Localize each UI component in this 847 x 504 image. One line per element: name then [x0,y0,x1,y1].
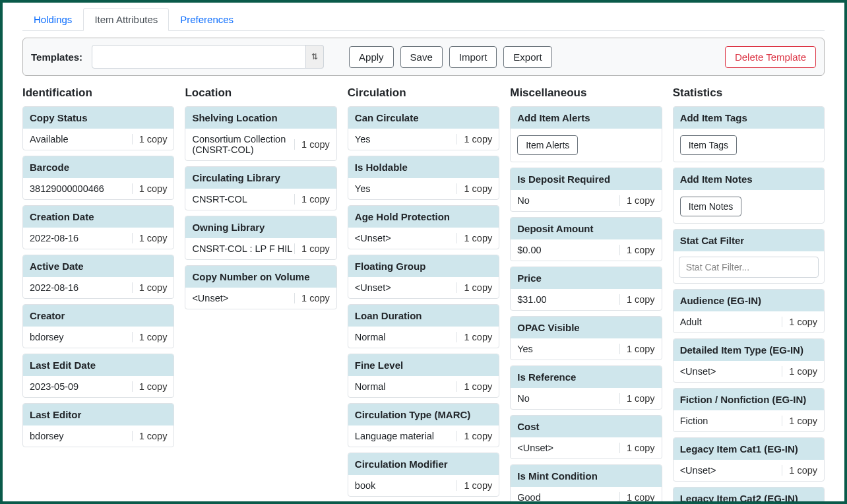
field-body[interactable]: CNSRT-COL1 copy [185,189,336,210]
field-count: 1 copy [294,243,330,254]
field-body[interactable]: <Unset>1 copy [674,460,824,481]
field-label: Legacy Item Cat1 (EG-IN) [674,438,824,460]
field-body[interactable]: <Unset>1 copy [348,228,499,249]
field-body[interactable]: book1 copy [348,475,499,496]
field-body[interactable]: $0.001 copy [511,239,661,261]
tab-preferences[interactable]: Preferences [169,8,245,31]
field-body[interactable]: Adult1 copy [674,311,824,332]
field-label: Fine Level [348,354,499,376]
field-value: Available [30,134,132,144]
heading-circulation: Circulation [348,86,499,100]
field-label: Active Date [23,255,173,277]
field-count: 1 copy [456,480,492,491]
field-body[interactable]: <Unset>1 copy [185,288,336,309]
field-body[interactable]: Yes1 copy [348,129,499,150]
tab-item-attributes[interactable]: Item Attributes [83,8,169,31]
field-count: 1 copy [132,332,168,342]
field-label: Circulation Type (MARC) [348,404,499,425]
field-body[interactable]: 2022-08-161 copy [23,228,173,249]
item-tags-button[interactable]: Item Tags [680,135,737,155]
item-notes-button[interactable]: Item Notes [680,197,742,216]
field-label: Loan Duration [348,305,499,327]
field-count: 1 copy [456,282,492,293]
field-body[interactable]: 381290000004661 copy [23,178,173,199]
field-body[interactable]: <Unset>1 copy [674,361,824,382]
template-select[interactable] [92,45,324,69]
field-count: 1 copy [132,134,168,144]
field-card: Detailed Item Type (EG-IN)<Unset>1 copy [673,338,825,383]
field-value: <Unset> [680,465,782,476]
templates-label: Templates: [31,51,82,63]
tab-bar: Holdings Item Attributes Preferences [22,8,825,31]
columns: Identification Copy StatusAvailable1 cop… [22,81,825,501]
field-card: Active Date2022-08-161 copy [22,255,174,299]
field-count: 1 copy [782,416,817,426]
field-card: Fiction / Nonfiction (EG-IN)Fiction1 cop… [673,388,825,432]
field-card: Last Editorbdorsey1 copy [22,403,174,447]
field-label: Last Edit Date [23,354,173,376]
delete-template-button[interactable]: Delete Template [725,46,816,68]
field-value: Language material [355,431,457,441]
field-body[interactable]: Language material1 copy [348,425,499,447]
field-label: Floating Group [348,255,499,277]
field-value: bdorsey [30,431,132,441]
save-button[interactable]: Save [400,46,443,68]
heading-miscellaneous: Miscellaneous [510,86,662,100]
field-body[interactable]: Fiction1 copy [674,410,824,431]
field-value: Normal [355,332,457,342]
field-body[interactable]: CNSRT-COL : LP F HIL1 copy [185,238,336,259]
field-body[interactable]: Normal1 copy [348,327,499,348]
field-body[interactable]: 2022-08-161 copy [23,277,173,298]
field-body[interactable]: Normal1 copy [348,376,499,397]
field-card: OPAC VisibleYes1 copy [510,316,662,360]
field-body[interactable]: Yes1 copy [348,178,499,199]
field-body[interactable]: Available1 copy [23,129,173,150]
field-label: Owning Library [185,216,336,238]
field-count: 1 copy [456,381,492,392]
field-card: Shelving LocationConsortium Collection (… [185,106,336,161]
field-label: Circulation Modifier [348,453,499,475]
field-value: $31.00 [517,294,619,305]
field-label: Copy Number on Volume [185,266,336,288]
field-body[interactable]: $31.001 copy [511,289,661,310]
field-body[interactable]: bdorsey1 copy [23,425,173,447]
field-body[interactable]: Yes1 copy [511,338,661,360]
field-body[interactable]: 2023-05-091 copy [23,376,173,397]
field-body[interactable]: No1 copy [511,190,661,211]
col-location: Location Shelving LocationConsortium Col… [185,81,336,501]
col-circulation: Circulation Can CirculateYes1 copyIs Hol… [348,81,499,501]
field-value: Normal [355,381,457,392]
label-add-item-alerts: Add Item Alerts [511,107,661,129]
template-select-toggle[interactable]: ⇅ [305,45,324,69]
field-body[interactable]: Good1 copy [511,487,661,501]
field-label: Creation Date [23,206,173,228]
field-card: Copy StatusAvailable1 copy [22,106,174,150]
field-card: Legacy Item Cat2 (EG-IN)<Unset>1 copy [673,487,825,501]
template-toolbar: Templates: ⇅ Apply Save Import Export De… [22,38,825,76]
field-value: 2022-08-16 [30,282,132,293]
field-label: Price [511,267,661,289]
field-body[interactable]: bdorsey1 copy [23,327,173,348]
field-count: 1 copy [294,139,330,150]
field-label: Audience (EG-IN) [674,290,824,311]
field-card: Age Hold Protection<Unset>1 copy [348,205,499,249]
apply-button[interactable]: Apply [349,46,394,68]
field-value: <Unset> [355,233,457,243]
field-card: Fine LevelNormal1 copy [348,354,499,398]
field-count: 1 copy [294,194,330,205]
updown-icon: ⇅ [311,53,318,61]
field-value: Adult [680,317,782,327]
import-button[interactable]: Import [449,46,497,68]
field-card: Owning LibraryCNSRT-COL : LP F HIL1 copy [185,216,336,260]
field-body[interactable]: No1 copy [511,388,661,409]
field-card: Loan DurationNormal1 copy [348,304,499,348]
field-count: 1 copy [619,492,655,501]
export-button[interactable]: Export [503,46,551,68]
item-alerts-button[interactable]: Item Alerts [517,135,578,155]
field-body[interactable]: <Unset>1 copy [511,437,661,458]
field-body[interactable]: Consortium Collection (CNSRT-COL)1 copy [185,129,336,160]
tab-holdings[interactable]: Holdings [22,8,83,31]
field-value: book [355,480,457,491]
field-body[interactable]: <Unset>1 copy [348,277,499,298]
stat-cat-filter-input[interactable] [679,257,819,278]
